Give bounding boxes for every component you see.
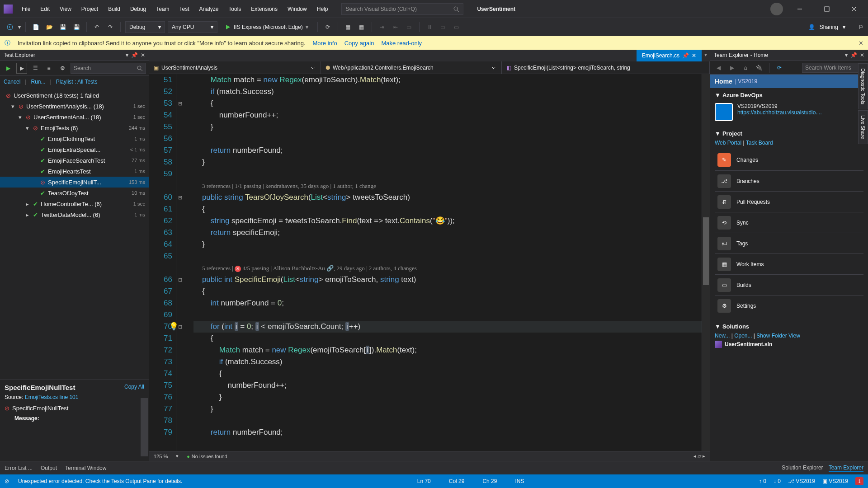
start-debug-button[interactable]: IIS Express (Microsoft Edge)▾	[220, 24, 313, 30]
error-list-tab[interactable]: Error List ...	[5, 465, 33, 471]
close-pane-icon[interactable]: ✕	[141, 52, 145, 58]
zoom-level[interactable]: 125 %	[154, 454, 168, 459]
pin-icon[interactable]: 📌	[131, 52, 138, 58]
test-row[interactable]: ✔ EmojiHeartsTest 1 ms	[0, 166, 149, 177]
publish-up[interactable]: ↑ 0	[759, 478, 766, 484]
te-tile-tags[interactable]: 🏷Tags	[715, 233, 863, 253]
menu-help[interactable]: Help	[312, 4, 333, 14]
te-tile-work-items[interactable]: ▦Work Items	[715, 253, 863, 274]
branch-indicator[interactable]: ⎇ VS2019	[788, 478, 815, 484]
diagnostic-tools-tab[interactable]: Diagnostic Tools	[858, 63, 868, 109]
menu-file[interactable]: File	[17, 4, 35, 14]
tb-icon[interactable]: ▭	[451, 22, 462, 33]
platform-combo[interactable]: Any CPU▾	[168, 21, 217, 33]
solution-explorer-tab[interactable]: Solution Explorer	[782, 465, 823, 472]
output-tab[interactable]: Output	[41, 465, 57, 471]
azure-devops-header[interactable]: ▼Azure DevOps	[715, 92, 863, 99]
undo-button[interactable]: ↶	[91, 22, 102, 33]
menu-view[interactable]: View	[55, 4, 76, 14]
test-row[interactable]: ✔ TearsOfJoyTest 10 ms	[0, 188, 149, 198]
te-tile-pull-requests[interactable]: ⇵Pull Requests	[715, 191, 863, 212]
issues-indicator[interactable]: ●No issues found	[187, 454, 227, 459]
config-combo[interactable]: Debug▾	[125, 21, 165, 33]
user-avatar-icon[interactable]	[770, 3, 783, 15]
terminal-tab[interactable]: Terminal Window	[65, 465, 106, 471]
editor-tab[interactable]: EmojiSearch.cs 📌 ✕	[637, 50, 702, 61]
more-info-link[interactable]: More info	[312, 40, 337, 47]
tb-icon[interactable]: ⇥	[377, 22, 387, 33]
run-all-icon[interactable]: ▶	[3, 63, 14, 74]
test-row[interactable]: ✔ EmojiExtraSpecial... < 1 ms	[0, 144, 149, 155]
redo-button[interactable]: ↷	[105, 22, 116, 33]
close-pane-icon[interactable]: ✕	[860, 52, 864, 58]
back-button[interactable]	[5, 22, 15, 33]
tb-icon[interactable]: ▦	[343, 22, 354, 33]
task-board-link[interactable]: Task Board	[746, 140, 773, 146]
test-row[interactable]: ▸ ✔ HomeControllerTe... (6) 1 sec	[0, 198, 149, 209]
menu-tools[interactable]: Tools	[224, 4, 245, 14]
menu-test[interactable]: Test	[175, 4, 194, 14]
back-icon[interactable]: ◀	[713, 62, 724, 73]
te-tile-branches[interactable]: ⎇Branches	[715, 170, 863, 191]
repo-url-link[interactable]: https://abuchholtzau.visualstudio....	[737, 109, 822, 116]
minimize-button[interactable]	[789, 3, 810, 15]
pin-icon[interactable]: 📌	[682, 52, 689, 59]
settings-icon[interactable]: ⚙	[57, 63, 68, 74]
scroll-map[interactable]	[702, 74, 710, 451]
live-share-icon[interactable]: 👤	[808, 24, 815, 30]
quick-search-input[interactable]: Search Visual Studio (Ctrl+Q)	[341, 3, 463, 15]
project-header[interactable]: ▼Project	[715, 130, 863, 137]
make-readonly-link[interactable]: Make read-only	[381, 40, 422, 47]
source-link[interactable]: EmojiTests.cs line 101	[25, 394, 79, 400]
code-editor[interactable]: 515253545556575859 606162636465 66676869…	[149, 74, 710, 451]
te-tile-changes[interactable]: ✎Changes	[715, 150, 863, 170]
menu-analyze[interactable]: Analyze	[195, 4, 223, 14]
maximize-button[interactable]	[816, 3, 837, 15]
te-tile-settings[interactable]: ⚙Settings	[715, 295, 863, 316]
cancel-link[interactable]: Cancel	[4, 79, 20, 85]
tb-icon[interactable]: ▭	[404, 22, 415, 33]
forward-icon[interactable]: ▶	[726, 62, 737, 73]
test-row[interactable]: ▾ ⊘ UserSentimentAnal... (18) 1 sec	[0, 112, 149, 122]
test-row[interactable]: ✔ EmojiFaceSearchTest 77 ms	[0, 155, 149, 166]
tb-icon[interactable]: ⇤	[390, 22, 401, 33]
tb-icon[interactable]: ▭	[438, 22, 448, 33]
menu-debug[interactable]: Debug	[126, 4, 151, 14]
test-row[interactable]: ▾ ⊘ EmojiTests (6) 244 ms	[0, 122, 149, 133]
work-items-search[interactable]: Search Work Items	[802, 63, 865, 73]
sharing-button[interactable]: Sharing	[820, 24, 838, 30]
copy-all-link[interactable]: Copy All	[124, 384, 144, 390]
dropdown-icon[interactable]: ▾	[126, 52, 128, 58]
dropdown-icon[interactable]: ▾	[845, 52, 848, 58]
menu-extensions[interactable]: Extensions	[246, 4, 282, 14]
test-search-input[interactable]: Search	[71, 63, 146, 74]
run-icon[interactable]: ▶	[16, 63, 27, 74]
menu-team[interactable]: Team	[151, 4, 174, 14]
test-row[interactable]: ▾ ⊘ UserSentimentAnalysis... (18) 1 sec	[0, 101, 149, 112]
nav-class-combo[interactable]: ⬢WebApplication2.Controllers.EmojiSearch	[321, 61, 502, 74]
save-all-button[interactable]: 💾	[71, 22, 82, 33]
open-button[interactable]: 📂	[44, 22, 55, 33]
tb-icon[interactable]: ▦	[356, 22, 367, 33]
te-home-banner[interactable]: Home | VS2019 ▾	[710, 75, 868, 88]
tree-root[interactable]: ⊘ UserSentiment (18 tests) 1 failed	[0, 90, 149, 101]
new-item-button[interactable]: 📄	[30, 22, 41, 33]
solutions-header[interactable]: ▼Solutions	[715, 323, 863, 330]
menu-build[interactable]: Build	[104, 4, 125, 14]
group-icon[interactable]: ☰	[30, 63, 41, 74]
close-button[interactable]	[844, 3, 864, 15]
scrollbar[interactable]	[141, 398, 148, 456]
refresh-button[interactable]: ⟳	[322, 22, 333, 33]
copy-again-link[interactable]: Copy again	[344, 40, 374, 47]
publish-down[interactable]: ↓ 0	[774, 478, 781, 484]
nav-method-combo[interactable]: ◧SpecificEmoji(List<string> emojiToSearc…	[502, 61, 710, 74]
tab-overflow-icon[interactable]: ▾	[702, 50, 710, 61]
team-explorer-tab[interactable]: Team Explorer	[829, 465, 863, 472]
close-tab-icon[interactable]: ✕	[692, 52, 696, 59]
te-tile-sync[interactable]: ⟲Sync	[715, 212, 863, 233]
solution-item[interactable]: UserSentiment.sln	[715, 339, 863, 350]
close-infobar-button[interactable]: ✕	[859, 40, 863, 47]
home-icon[interactable]: ⌂	[740, 62, 751, 73]
new-solution-link[interactable]: New...	[715, 333, 730, 339]
nav-project-combo[interactable]: ▣UserSentimentAnalysis	[149, 61, 321, 74]
